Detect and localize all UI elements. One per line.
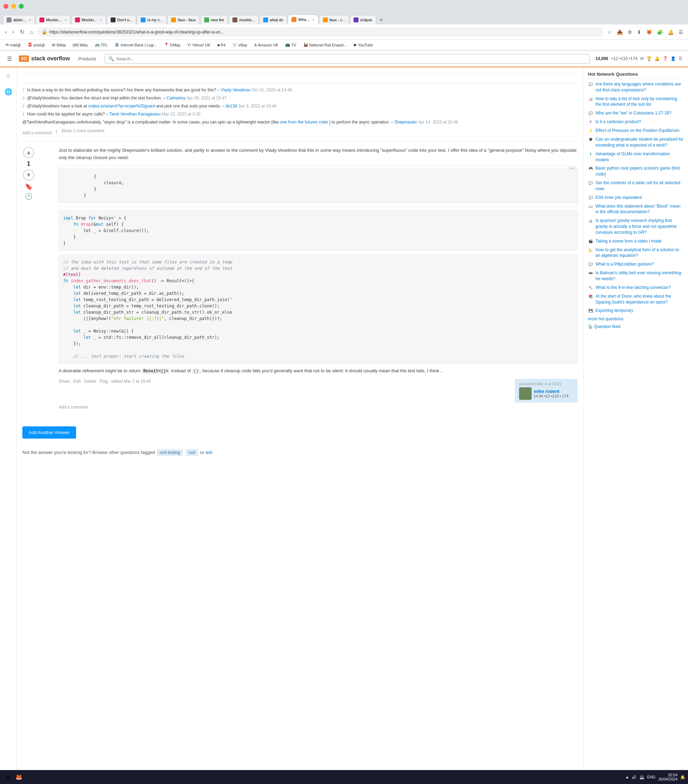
tab-close-2[interactable]: × bbox=[64, 18, 67, 22]
forward-button[interactable]: › bbox=[11, 28, 15, 37]
address-bar[interactable]: 🔒 bbox=[37, 27, 603, 37]
back-button[interactable]: ‹ bbox=[3, 28, 8, 37]
taskbar-notification-icon[interactable]: 🔔 bbox=[680, 775, 685, 779]
comment-vote-3[interactable]: 2 bbox=[22, 104, 25, 108]
upvote-button[interactable]: ▲ bbox=[23, 147, 34, 158]
tab-3[interactable]: Mockin... × bbox=[71, 15, 106, 25]
comment-user-4[interactable]: Tamil Vendhan Kanagarasu bbox=[109, 112, 160, 117]
address-input[interactable] bbox=[49, 30, 599, 35]
bookmark-youtube[interactable]: ▶YouTube bbox=[352, 42, 375, 48]
hot-item-link-4[interactable]: Is it a cartesian product? bbox=[596, 119, 641, 125]
hot-item-link-10[interactable]: ES6 inner join equivalent bbox=[596, 195, 642, 201]
so-nav-products[interactable]: Products bbox=[76, 55, 99, 63]
user-name[interactable]: mike rodent bbox=[534, 389, 569, 394]
bookmark-wikipedia[interactable]: WWikip bbox=[49, 42, 68, 48]
firefox-sync-button[interactable]: 🦊 bbox=[645, 28, 653, 36]
reload-button[interactable]: ↻ bbox=[18, 27, 26, 37]
hot-item-link-15[interactable]: What is a Pillycoddian gesture? bbox=[596, 261, 654, 267]
hot-item-link-16[interactable]: Is Batman's utility belt ever missing so… bbox=[596, 270, 684, 282]
flag-link[interactable]: Flag bbox=[99, 379, 107, 384]
home-button[interactable]: ⌂ bbox=[29, 28, 35, 37]
question-feed-link[interactable]: 📡 Question feed bbox=[588, 324, 684, 329]
menu-button[interactable]: ☰ bbox=[677, 28, 685, 36]
hot-item-link-8[interactable]: Basic python rock papers scissors game (… bbox=[596, 165, 684, 177]
more-hot-questions-link[interactable]: more hot questions bbox=[588, 316, 624, 321]
bookmark-mail[interactable]: ✉mail@ bbox=[3, 42, 23, 48]
taskbar-volume-icon[interactable]: 🔊 bbox=[632, 775, 637, 779]
bookmark-star-button[interactable]: ☆ bbox=[606, 28, 613, 36]
comment-link-3[interactable]: crates.io/search?q=scope%20guard bbox=[88, 104, 155, 109]
delete-link[interactable]: Delete bbox=[84, 379, 96, 384]
bookmark-gmap[interactable]: 📍GMap bbox=[162, 42, 183, 48]
taskbar-browser-icon[interactable]: 🦊 bbox=[14, 772, 24, 782]
tab-1[interactable]: abbin... × bbox=[3, 15, 35, 25]
comment-user-1[interactable]: Vlady Veselinov bbox=[221, 87, 251, 92]
show-more-comments[interactable]: Show 1 more comment bbox=[61, 128, 104, 135]
hot-item-link-12[interactable]: Is quantum gravity research implying tha… bbox=[596, 218, 684, 235]
extensions-button[interactable]: 🧩 bbox=[655, 28, 664, 36]
so-achievements-icon[interactable]: 🏆 bbox=[647, 56, 652, 61]
tab-10-active[interactable]: Wha... × bbox=[288, 15, 318, 25]
tab-8[interactable]: mockto... bbox=[229, 15, 259, 25]
tab-close-10[interactable]: × bbox=[312, 18, 315, 21]
so-menu-icon[interactable]: ☰ bbox=[678, 56, 682, 61]
ask-link[interactable]: ask bbox=[205, 450, 212, 455]
comment-user-2[interactable]: Calmarius bbox=[167, 96, 185, 100]
hot-item-link-11[interactable]: What does this statement about "Block" m… bbox=[596, 203, 684, 215]
tab-2[interactable]: Mockin... × bbox=[36, 15, 71, 25]
so-inbox-icon[interactable]: ✉ bbox=[640, 56, 643, 61]
so-search-input[interactable] bbox=[116, 56, 586, 61]
hot-item-link-7[interactable]: Advantage of GLMs over transformation mo… bbox=[596, 151, 684, 163]
comment-user-3[interactable]: bk138 bbox=[226, 104, 237, 109]
add-another-answer-button[interactable]: Add Another Answer bbox=[22, 427, 76, 438]
comment-vote-1[interactable]: 7 bbox=[22, 88, 25, 92]
tab-5[interactable]: Is my c... bbox=[137, 15, 167, 25]
edit-link[interactable]: Edit bbox=[73, 379, 81, 384]
hot-item-link-17[interactable]: What is this 9-in-line latching connecto… bbox=[596, 285, 671, 291]
pocket-button[interactable]: 📥 bbox=[615, 28, 624, 36]
comment-link-5[interactable]: one from the futures crate bbox=[280, 120, 328, 125]
notifications-button[interactable]: 🔔 bbox=[667, 28, 675, 36]
tab-4[interactable]: Don't u... bbox=[107, 15, 137, 25]
tab-11[interactable]: faux - c... bbox=[319, 15, 349, 25]
hot-item-link-18[interactable]: At the start of Dune, who knew about the… bbox=[596, 293, 684, 305]
maximize-button[interactable] bbox=[19, 4, 24, 9]
hot-item-link-9[interactable]: Get the contents of a table cell for all… bbox=[596, 180, 684, 192]
hot-item-link-19[interactable]: Exporting temporary bbox=[596, 308, 633, 314]
bookmark-post[interactable]: 📮post@ bbox=[25, 42, 47, 48]
comment-vote-4[interactable]: 1 bbox=[22, 112, 25, 116]
comment-user-5[interactable]: Shepmaster bbox=[394, 120, 417, 125]
so-hamburger[interactable]: ☰ bbox=[6, 54, 13, 64]
so-search-bar[interactable]: 🔍 bbox=[105, 54, 590, 64]
tab-close-3[interactable]: × bbox=[100, 18, 102, 22]
sidebar-home-icon[interactable]: ⌂ bbox=[4, 70, 12, 82]
bookmark-national-rail[interactable]: 🚂National Rail Enquiri... bbox=[301, 42, 350, 48]
bookmark-wiky[interactable]: [W]Wiky bbox=[71, 42, 90, 48]
settings-button[interactable]: ⚙ bbox=[626, 28, 634, 36]
hot-item-link-13[interactable]: Taking a scene from a video I made bbox=[596, 238, 662, 244]
so-profile-icon[interactable]: 👤 bbox=[671, 56, 676, 61]
bookmark-yahoo[interactable]: Y!Yahoo! UK bbox=[185, 42, 213, 48]
tab-12[interactable]: eclipse bbox=[350, 15, 376, 25]
add-comment-link[interactable]: Add a comment bbox=[22, 130, 52, 135]
comment-vote-2[interactable]: 3 bbox=[22, 96, 25, 100]
hot-item-link-3[interactable]: Who are the "we" in Colossians 1:27-28? bbox=[596, 110, 672, 116]
new-tab-button[interactable]: + bbox=[377, 15, 386, 25]
taskbar-up-arrow[interactable]: ▲ bbox=[625, 775, 629, 779]
tab-close-1[interactable]: × bbox=[29, 18, 31, 22]
bookmark-tfl[interactable]: 🚌TFL bbox=[93, 42, 110, 48]
tag-rust[interactable]: rust bbox=[186, 449, 198, 456]
tag-unit-testing[interactable]: unit-testing bbox=[157, 449, 183, 456]
downvote-button[interactable]: ▼ bbox=[23, 170, 34, 181]
taskbar-monitor-icon[interactable]: 💻 bbox=[640, 775, 644, 779]
hot-item-link-1[interactable]: Are there any languages where conditions… bbox=[596, 81, 684, 93]
so-help-icon[interactable]: ❓ bbox=[663, 56, 668, 61]
hot-item-link-5[interactable]: Effect of Pressure on the Position Equil… bbox=[596, 128, 680, 133]
tab-6[interactable]: faux - faux bbox=[167, 15, 199, 25]
sidebar-public-icon[interactable]: 🌐 bbox=[2, 86, 14, 98]
download-button[interactable]: ⬇ bbox=[636, 28, 643, 36]
so-alerts-icon[interactable]: 🔔 bbox=[655, 56, 660, 61]
bookmark-amazon[interactable]: AAmazon UK bbox=[252, 42, 280, 48]
bookmark-answer-button[interactable]: 🔖 bbox=[25, 183, 33, 191]
bookmark-tv[interactable]: 📺TV bbox=[283, 42, 298, 48]
